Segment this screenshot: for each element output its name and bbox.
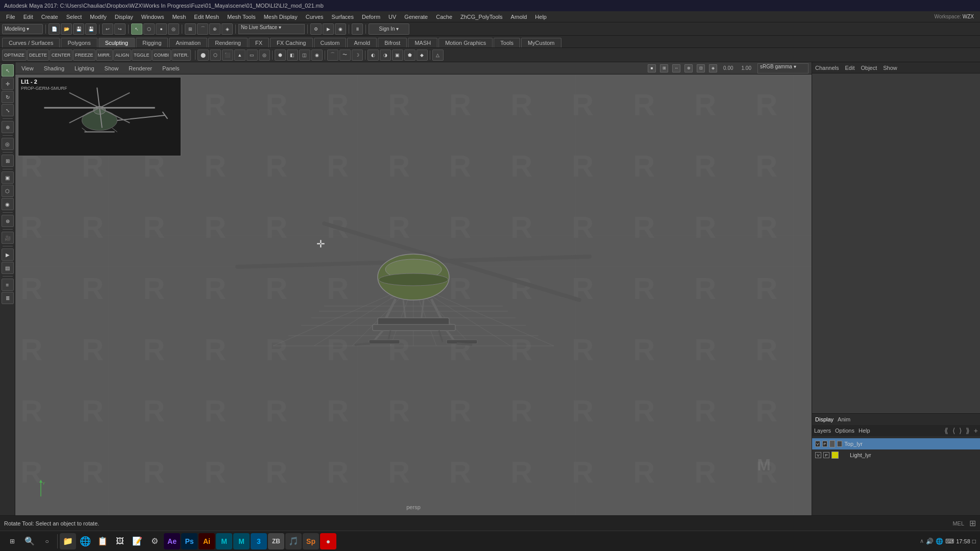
vp-renderer-menu[interactable]: Renderer [126, 64, 155, 72]
smooth-btn[interactable]: ◐ [368, 49, 379, 61]
taskbar-red[interactable]: ● [320, 533, 336, 549]
show-manip-btn[interactable]: ⊞ [2, 155, 14, 167]
vp-icon-2[interactable]: ⊞ [660, 64, 668, 72]
vp-icon-3[interactable]: ↔ [672, 64, 680, 72]
menu-edit[interactable]: Edit [19, 11, 37, 22]
layers-new[interactable]: + [974, 427, 978, 435]
display-layer-tab[interactable]: Display [815, 416, 834, 422]
menu-create[interactable]: Create [37, 11, 62, 22]
edit-tab[interactable]: Edit [845, 65, 854, 71]
snap-btn[interactable]: ⊛ [2, 215, 14, 227]
ipr-btn[interactable]: ◉ [335, 23, 346, 35]
menu-modify[interactable]: Modify [86, 11, 110, 22]
optimize-btn[interactable]: OPTMIZE [2, 49, 27, 61]
layer-vis-v-light[interactable]: V [815, 452, 821, 458]
tab-animation[interactable]: Animation [169, 38, 207, 47]
tab-sculpting[interactable]: Sculpting [99, 38, 135, 47]
relax-btn[interactable]: 〜 [339, 49, 351, 61]
tab-rendering[interactable]: Rendering [208, 38, 248, 47]
menu-deform[interactable]: Deform [358, 11, 384, 22]
extra1-btn[interactable]: ≡ [2, 279, 14, 291]
channels-tab[interactable]: Channels [815, 65, 839, 71]
taskbar-chrome[interactable]: 🌐 [77, 533, 93, 549]
extrude-btn[interactable]: ⬢ [275, 49, 286, 61]
align-btn[interactable]: ALIGN [113, 49, 131, 61]
redo-btn[interactable]: ↪ [114, 23, 126, 35]
taskbar-mail[interactable]: 📋 [94, 533, 111, 549]
vp-panels-menu[interactable]: Panels [159, 64, 183, 72]
combine-btn[interactable]: COMBI [152, 49, 172, 61]
layer-item-light[interactable]: V P Light_lyr [812, 449, 980, 461]
render-settings-btn[interactable]: ⚙ [310, 23, 322, 35]
taskbar-start[interactable]: ⊞ [4, 533, 20, 549]
paint2-btn[interactable]: ◆ [416, 49, 428, 61]
taskbar-volume[interactable]: 🔊 [926, 538, 934, 545]
tab-tools[interactable]: Tools [494, 38, 520, 47]
cube-btn[interactable]: ⬛ [222, 49, 233, 61]
vp-show-menu[interactable]: Show [102, 64, 122, 72]
layer-vis-p-top[interactable]: P [822, 441, 827, 447]
menu-select[interactable]: Select [62, 11, 86, 22]
layers-nav-prev[interactable]: ⟨ [952, 427, 955, 435]
snap-surface-btn[interactable]: ◈ [222, 23, 233, 35]
soft-select2-btn[interactable]: ◎ [2, 138, 14, 150]
freeze-btn[interactable]: FREEZE [73, 49, 95, 61]
layers-nav-next2[interactable]: ⟫ [966, 427, 970, 435]
vp-icon-5[interactable]: ⊡ [697, 64, 705, 72]
viewport-area[interactable]: View Shading Lighting Show Renderer Pane… [15, 62, 812, 515]
layers2-btn[interactable]: ▤ [2, 262, 14, 274]
plane-btn[interactable]: ▭ [247, 49, 258, 61]
polygon-select-btn[interactable]: ▣ [2, 171, 14, 184]
menu-display[interactable]: Display [111, 11, 137, 22]
taskbar-search[interactable]: 🔍 [21, 533, 38, 549]
taskbar-expand[interactable]: ∧ [920, 538, 924, 544]
menu-mesh-display[interactable]: Mesh Display [260, 11, 302, 22]
mode-dropdown[interactable]: Modeling ▾ [2, 24, 43, 34]
menu-mesh-tools[interactable]: Mesh Tools [223, 11, 259, 22]
menu-cache[interactable]: Cache [432, 11, 456, 22]
tab-mycustom[interactable]: MyCustom [521, 38, 561, 47]
anim-layer-tab[interactable]: Anim [838, 416, 850, 422]
edge-btn[interactable]: ◫ [299, 49, 310, 61]
mask-btn[interactable]: ▣ [392, 49, 403, 61]
taskbar-misc1[interactable]: 🎵 [285, 533, 302, 549]
vp-view-menu[interactable]: View [18, 64, 37, 72]
vp-lighting-menu[interactable]: Lighting [71, 64, 97, 72]
vp-shading-menu[interactable]: Shading [41, 64, 67, 72]
open-scene-btn[interactable]: 📂 [61, 23, 72, 35]
tab-motion-graphics[interactable]: Motion Graphics [438, 38, 493, 47]
lasso-btn[interactable]: ⬡ [143, 23, 155, 35]
vp-icon-1[interactable]: ■ [648, 64, 656, 72]
delete-btn[interactable]: DELETE [27, 49, 49, 61]
tab-fx-caching[interactable]: FX Caching [270, 38, 312, 47]
taskbar-photos[interactable]: 🖼 [112, 533, 128, 549]
taskbar-maya2[interactable]: M [233, 533, 250, 549]
select-mode-btn[interactable]: ↖ [2, 64, 14, 77]
menu-generate[interactable]: Generate [400, 11, 432, 22]
paint-sel-btn[interactable]: ◉ [2, 198, 14, 210]
taskbar-keyboard[interactable]: ⌨ [945, 538, 954, 545]
taskbar-misc2[interactable]: Sp [303, 533, 319, 549]
tab-bifrost[interactable]: Bifrost [378, 38, 407, 47]
object-tab[interactable]: Object [861, 65, 877, 71]
menu-help[interactable]: Help [531, 11, 551, 22]
taskbar-maya1[interactable]: M [216, 533, 232, 549]
select-tool-btn[interactable]: ↖ [131, 23, 142, 35]
tab-polygons[interactable]: Polygons [61, 38, 97, 47]
universal-btn[interactable]: ⊕ [2, 121, 14, 133]
cone-btn[interactable]: ▲ [234, 49, 246, 61]
taskbar-cortana[interactable]: ○ [39, 533, 55, 549]
layers-menu-help[interactable]: Help [859, 428, 870, 434]
tab-fx[interactable]: FX [249, 38, 269, 47]
grab-btn[interactable]: ☽ [352, 49, 363, 61]
render2-btn[interactable]: ▶ [2, 248, 14, 261]
snap-point-btn[interactable]: ⊕ [209, 23, 220, 35]
menu-edit-mesh[interactable]: Edit Mesh [190, 11, 223, 22]
sphere-btn[interactable]: ⬤ [198, 49, 209, 61]
taskbar-ae[interactable]: Ae [164, 533, 180, 549]
translate-btn[interactable]: ✛ [2, 78, 14, 90]
triangle-btn[interactable]: △ [432, 49, 444, 61]
new-scene-btn[interactable]: 📄 [48, 23, 60, 35]
menu-mesh[interactable]: Mesh [168, 11, 190, 22]
show-tab[interactable]: Show [883, 65, 897, 71]
